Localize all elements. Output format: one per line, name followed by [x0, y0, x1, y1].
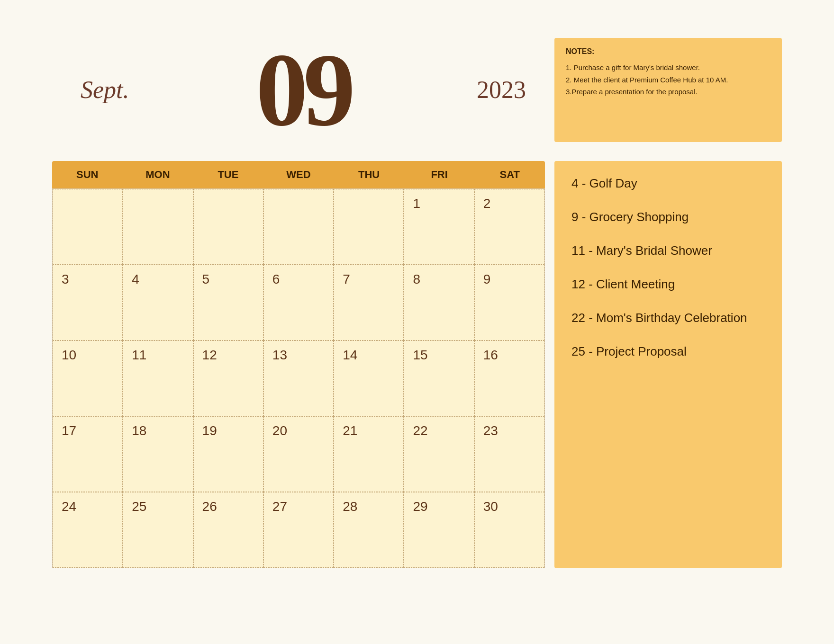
- calendar-cell: [123, 189, 193, 265]
- calendar-cell: 25: [123, 492, 193, 568]
- calendar-cell: 6: [263, 265, 334, 340]
- calendar-cell: 5: [193, 265, 263, 340]
- notes-title: NOTES:: [566, 47, 771, 56]
- main-section: SUNMONTUEWEDTHUFRISAT 123456789101112131…: [52, 161, 782, 568]
- calendar-cell: 23: [474, 416, 544, 492]
- year-label: 2023: [477, 76, 526, 104]
- calendar-cell: 20: [263, 416, 334, 492]
- month-number: 09: [256, 38, 351, 142]
- calendar-cell: 2: [474, 189, 544, 265]
- calendar-day-header: THU: [334, 169, 404, 181]
- calendar-cell: 28: [334, 492, 404, 568]
- calendar-cell: 3: [53, 265, 123, 340]
- calendar-cell: 29: [404, 492, 474, 568]
- calendar-cell: 24: [53, 492, 123, 568]
- calendar-cell: 14: [334, 340, 404, 416]
- page-wrapper: Sept. 09 2023 NOTES: 1. Purchase a gift …: [24, 19, 810, 625]
- top-section: Sept. 09 2023 NOTES: 1. Purchase a gift …: [52, 38, 782, 142]
- calendar-cell: 7: [334, 265, 404, 340]
- notes-box: NOTES: 1. Purchase a gift for Mary's bri…: [554, 38, 782, 142]
- calendar-cell: 9: [474, 265, 544, 340]
- calendar-day-header: WED: [263, 169, 334, 181]
- calendar-cell: 15: [404, 340, 474, 416]
- calendar-cell: 4: [123, 265, 193, 340]
- calendar-day-header: SAT: [474, 169, 545, 181]
- calendar-cell: 10: [53, 340, 123, 416]
- calendar-header-row: SUNMONTUEWEDTHUFRISAT: [52, 161, 545, 188]
- calendar-cell: [193, 189, 263, 265]
- calendar-cell: 8: [404, 265, 474, 340]
- event-item: 22 - Mom's Birthday Celebration: [571, 310, 765, 326]
- calendar-cell: 12: [193, 340, 263, 416]
- calendar-cell: 1: [404, 189, 474, 265]
- calendar-day-header: FRI: [404, 169, 475, 181]
- event-item: 25 - Project Proposal: [571, 343, 765, 360]
- calendar-cell: 16: [474, 340, 544, 416]
- event-item: 11 - Mary's Bridal Shower: [571, 242, 765, 259]
- header-center: 09: [219, 38, 387, 142]
- calendar-cell: 19: [193, 416, 263, 492]
- calendar-cell: 13: [263, 340, 334, 416]
- calendar-cell: [53, 189, 123, 265]
- calendar-cell: 22: [404, 416, 474, 492]
- events-panel: 4 - Golf Day9 - Grocery Shopping11 - Mar…: [554, 161, 782, 568]
- calendar-day-header: MON: [123, 169, 193, 181]
- calendar-grid: 1234567891011121314151617181920212223242…: [52, 188, 545, 568]
- header-left: Sept.: [52, 38, 219, 104]
- month-label: Sept.: [81, 76, 129, 104]
- calendar-day-header: SUN: [52, 169, 123, 181]
- calendar-cell: 17: [53, 416, 123, 492]
- calendar-cell: 30: [474, 492, 544, 568]
- event-item: 9 - Grocery Shopping: [571, 209, 765, 225]
- calendar-cell: [334, 189, 404, 265]
- calendar-day-header: TUE: [193, 169, 263, 181]
- notes-text: 1. Purchase a gift for Mary's bridal sho…: [566, 62, 771, 98]
- header-right-year: 2023: [387, 38, 554, 118]
- calendar-cell: 26: [193, 492, 263, 568]
- calendar-cell: 27: [263, 492, 334, 568]
- event-item: 4 - Golf Day: [571, 175, 765, 192]
- event-item: 12 - Client Meeting: [571, 276, 765, 293]
- calendar-cell: 18: [123, 416, 193, 492]
- calendar-container: SUNMONTUEWEDTHUFRISAT 123456789101112131…: [52, 161, 545, 568]
- calendar-cell: 11: [123, 340, 193, 416]
- calendar-cell: [263, 189, 334, 265]
- calendar-cell: 21: [334, 416, 404, 492]
